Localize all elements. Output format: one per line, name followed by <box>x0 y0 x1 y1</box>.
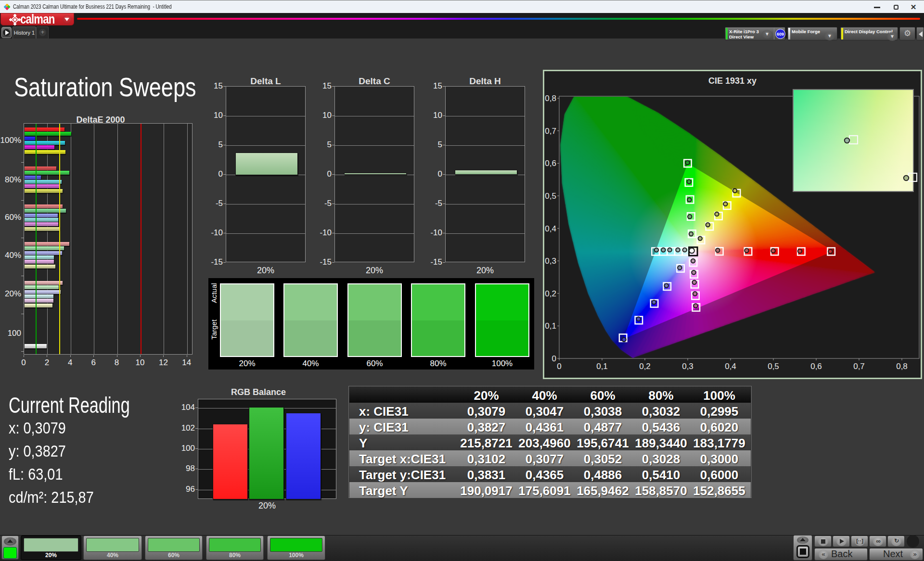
svg-text:0,6: 0,6 <box>810 362 822 371</box>
svg-text:0,6: 0,6 <box>545 159 556 168</box>
svg-text:0,3: 0,3 <box>545 256 556 266</box>
svg-text:0,1: 0,1 <box>596 362 608 371</box>
svg-text:0,4: 0,4 <box>725 362 736 371</box>
svg-text:0,1: 0,1 <box>545 321 556 331</box>
svg-text:0,2: 0,2 <box>639 362 651 371</box>
svg-text:0,4: 0,4 <box>545 224 556 233</box>
svg-text:0,8: 0,8 <box>545 94 556 103</box>
svg-text:CIE 1931 xy: CIE 1931 xy <box>708 76 757 86</box>
svg-text:0: 0 <box>557 362 561 371</box>
svg-text:0,5: 0,5 <box>768 362 779 371</box>
svg-text:0,3: 0,3 <box>682 362 693 371</box>
svg-text:0,8: 0,8 <box>896 362 908 371</box>
svg-text:0,5: 0,5 <box>545 191 556 201</box>
svg-text:0,2: 0,2 <box>545 289 556 298</box>
svg-text:0: 0 <box>552 354 556 363</box>
svg-text:0,7: 0,7 <box>853 362 865 371</box>
svg-text:0,7: 0,7 <box>545 127 556 136</box>
